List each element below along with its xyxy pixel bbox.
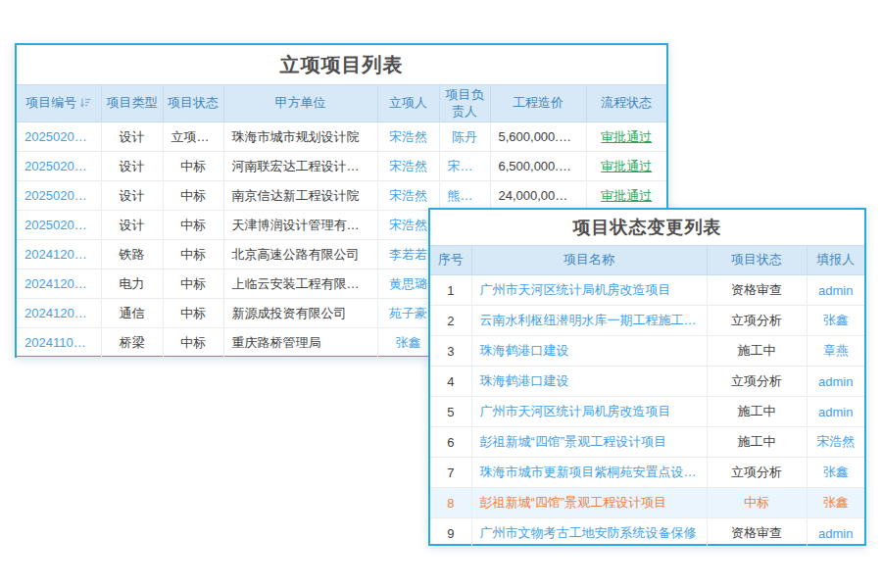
project-status-cell: 施工中 xyxy=(707,397,807,427)
table-row[interactable]: 2025020003设计中标河南联宏达工程设计有限公司宋浩然宋浩然6,500,0… xyxy=(17,152,666,181)
project-type-cell: 桥梁 xyxy=(101,328,163,358)
reporter-link[interactable]: admin xyxy=(807,367,864,397)
table-row[interactable]: 9广州市文物考古工地安防系统设备保修资格审查admin xyxy=(430,518,864,549)
client-name-cell: 珠海市城市规划设计院 xyxy=(223,122,377,152)
project-status-cell: 立项分析 xyxy=(707,458,807,488)
client-name-cell: 河南联宏达工程设计有限公司 xyxy=(223,152,377,181)
serial-no-cell: 8 xyxy=(430,488,471,518)
column-header-label: 项目编号 xyxy=(25,95,76,110)
reporter-link[interactable]: 张鑫 xyxy=(807,458,864,488)
project-name-link[interactable]: 广州市天河区统计局机房改造项目 xyxy=(471,397,707,427)
serial-no-cell: 6 xyxy=(430,427,471,458)
project-table-title: 立项项目列表 xyxy=(17,45,666,84)
status-change-panel: 项目状态变更列表 序号 项目名称 项目状态 填报人 1广州市天河区统计局机房改造… xyxy=(428,208,866,546)
project-type-cell: 设计 xyxy=(101,211,163,240)
flow-status-link[interactable]: 审批通过 xyxy=(586,122,666,152)
project-id-link[interactable]: 2025020004 xyxy=(17,122,101,152)
project-name-link[interactable]: 广州市文物考古工地安防系统设备保修 xyxy=(471,518,707,549)
project-status-cell: 立项分析 xyxy=(707,306,807,336)
project-type-cell: 电力 xyxy=(101,270,163,299)
project-status-cell: 施工中 xyxy=(707,336,807,367)
table-row[interactable]: 7珠海市城市更新项目紫桐苑安置点设计项目立项分析张鑫 xyxy=(430,458,864,488)
client-name-cell: 上临云安装工程有限公司 xyxy=(223,270,377,299)
project-name-link[interactable]: 彭祖新城“四馆”景观工程设计项目 xyxy=(471,488,707,518)
manager-link[interactable]: 陈丹 xyxy=(439,122,490,152)
project-status-cell: 资格审查 xyxy=(707,518,807,549)
table-row[interactable]: 8彭祖新城“四馆”景观工程设计项目中标张鑫 xyxy=(430,488,864,518)
reporter-link[interactable]: 张鑫 xyxy=(807,306,864,336)
reporter-link[interactable]: 张鑫 xyxy=(807,488,864,518)
table-row[interactable]: 5广州市天河区统计局机房改造项目施工中admin xyxy=(430,397,864,427)
project-status-cell: 中标 xyxy=(163,299,223,328)
column-header-project-status: 项目状态 xyxy=(163,85,223,122)
project-name-link[interactable]: 珠海鹤港口建设 xyxy=(471,336,707,367)
table-row[interactable]: 3珠海鹤港口建设施工中章燕 xyxy=(430,336,864,367)
table-row[interactable]: 1广州市天河区统计局机房改造项目资格审查admin xyxy=(430,275,864,306)
project-name-link[interactable]: 珠海鹤港口建设 xyxy=(471,367,707,397)
project-name-link[interactable]: 珠海市城市更新项目紫桐苑安置点设计项目 xyxy=(471,458,707,488)
project-type-cell: 通信 xyxy=(101,299,163,328)
table-row[interactable]: 2025020002设计中标南京信达新工程设计院宋浩然熊三林24,000,000… xyxy=(17,181,666,211)
column-header-client: 甲方单位 xyxy=(223,85,377,122)
project-name-link[interactable]: 彭祖新城“四馆”景观工程设计项目 xyxy=(471,427,707,458)
client-name-cell: 南京信达新工程设计院 xyxy=(223,181,377,211)
project-status-cell: 中标 xyxy=(163,240,223,270)
project-table-header-row: 项目编号 项目类型 项目状态 甲方单位 立项人 项目负责人 工程造价 流程状态 xyxy=(17,85,666,122)
serial-no-cell: 9 xyxy=(430,518,471,549)
project-status-cell: 立项分析 xyxy=(163,122,223,152)
project-name-link[interactable]: 广州市天河区统计局机房改造项目 xyxy=(471,275,707,306)
project-status-cell: 中标 xyxy=(163,152,223,181)
serial-no-cell: 7 xyxy=(430,458,471,488)
column-header-cost: 工程造价 xyxy=(490,85,586,122)
project-cost-cell: 5,600,000.00 xyxy=(490,122,586,152)
sort-descending-icon[interactable] xyxy=(80,96,91,112)
column-header-project-name: 项目名称 xyxy=(471,246,707,275)
project-id-link[interactable]: 2024120003 xyxy=(17,240,101,270)
serial-no-cell: 1 xyxy=(430,275,471,306)
reporter-link[interactable]: admin xyxy=(807,397,864,427)
reporter-link[interactable]: admin xyxy=(807,518,864,549)
project-status-cell: 中标 xyxy=(163,270,223,299)
table-row[interactable]: 2云南水利枢纽潜明水库一期工程施工I标立项分析张鑫 xyxy=(430,306,864,336)
creator-link[interactable]: 宋浩然 xyxy=(377,152,439,181)
manager-link[interactable]: 熊三林 xyxy=(439,181,490,211)
flow-status-link[interactable]: 审批通过 xyxy=(586,152,666,181)
project-id-link[interactable]: 2025020003 xyxy=(17,152,101,181)
reporter-link[interactable]: admin xyxy=(807,275,864,306)
project-id-link[interactable]: 2024110021 xyxy=(17,328,101,358)
project-name-link[interactable]: 云南水利枢纽潜明水库一期工程施工I标 xyxy=(471,306,707,336)
column-header-project-id[interactable]: 项目编号 xyxy=(17,85,101,122)
column-header-serial-no: 序号 xyxy=(430,246,471,275)
column-header-creator: 立项人 xyxy=(377,85,439,122)
creator-link[interactable]: 宋浩然 xyxy=(377,181,439,211)
project-status-cell: 中标 xyxy=(163,328,223,358)
serial-no-cell: 4 xyxy=(430,367,471,397)
manager-link[interactable]: 宋浩然 xyxy=(439,152,490,181)
client-name-cell: 重庆路桥管理局 xyxy=(223,328,377,358)
creator-link[interactable]: 宋浩然 xyxy=(377,122,439,152)
client-name-cell: 北京高速公路有限公司 xyxy=(223,240,377,270)
client-name-cell: 天津博润设计管理有限公司 xyxy=(223,211,377,240)
project-cost-cell: 24,000,000.00 xyxy=(490,181,586,211)
project-status-cell: 中标 xyxy=(163,181,223,211)
reporter-link[interactable]: 章燕 xyxy=(807,336,864,367)
project-id-link[interactable]: 2025020001 xyxy=(17,211,101,240)
table-row[interactable]: 4珠海鹤港口建设立项分析admin xyxy=(430,367,864,397)
status-table-title: 项目状态变更列表 xyxy=(430,210,864,245)
serial-no-cell: 2 xyxy=(430,306,471,336)
table-row[interactable]: 2025020004设计立项分析珠海市城市规划设计院宋浩然陈丹5,600,000… xyxy=(17,122,666,152)
project-status-cell: 中标 xyxy=(163,211,223,240)
status-table-header-row: 序号 项目名称 项目状态 填报人 xyxy=(430,246,864,275)
flow-status-link[interactable]: 审批通过 xyxy=(586,181,666,211)
project-id-link[interactable]: 2024120002 xyxy=(17,270,101,299)
status-change-table: 序号 项目名称 项目状态 填报人 1广州市天河区统计局机房改造项目资格审查adm… xyxy=(430,245,864,549)
project-status-cell: 立项分析 xyxy=(707,367,807,397)
serial-no-cell: 3 xyxy=(430,336,471,367)
project-id-link[interactable]: 2024120001 xyxy=(17,299,101,328)
project-cost-cell: 6,500,000.00 xyxy=(490,152,586,181)
table-row[interactable]: 6彭祖新城“四馆”景观工程设计项目施工中宋浩然 xyxy=(430,427,864,458)
column-header-manager: 项目负责人 xyxy=(439,85,490,122)
column-header-flow-status: 流程状态 xyxy=(586,85,666,122)
project-id-link[interactable]: 2025020002 xyxy=(17,181,101,211)
reporter-link[interactable]: 宋浩然 xyxy=(807,427,864,458)
